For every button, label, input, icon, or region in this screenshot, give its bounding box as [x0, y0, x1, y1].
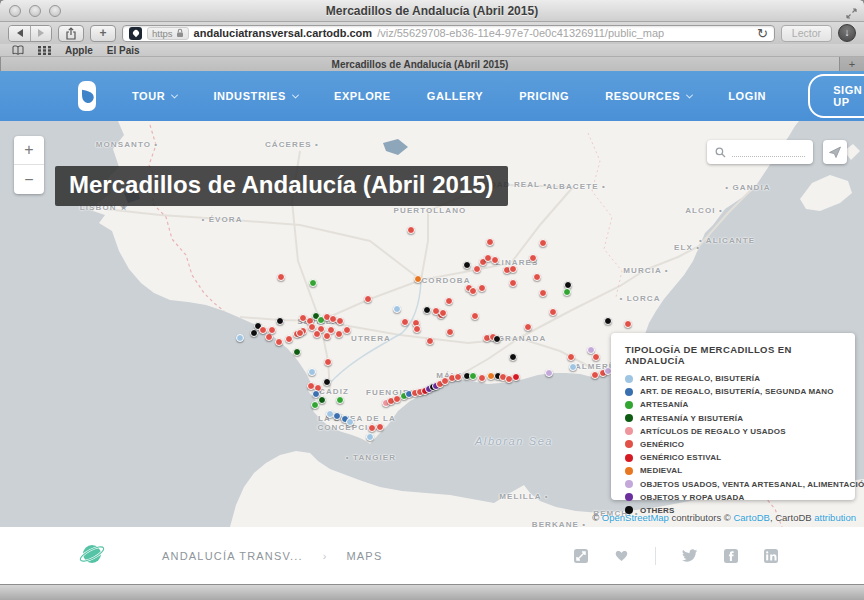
map-marker[interactable]	[275, 338, 283, 346]
map-marker[interactable]	[454, 373, 462, 381]
map-marker[interactable]	[533, 273, 541, 281]
map-marker[interactable]	[336, 317, 344, 325]
map-marker[interactable]	[343, 326, 351, 334]
add-bookmark-button[interactable]: +	[90, 25, 116, 42]
map-marker[interactable]	[471, 312, 479, 320]
map-marker[interactable]	[366, 433, 374, 441]
map-marker[interactable]	[309, 279, 317, 287]
map-marker[interactable]	[604, 317, 612, 325]
map-marker[interactable]	[376, 423, 384, 431]
breadcrumb-maps[interactable]: MAPS	[346, 550, 382, 562]
map-marker[interactable]	[563, 288, 571, 296]
reading-list-icon[interactable]	[12, 45, 24, 55]
signup-button[interactable]: SIGN UP	[808, 74, 864, 118]
map-marker[interactable]	[285, 335, 293, 343]
map-marker[interactable]	[426, 337, 434, 345]
search-input[interactable]	[732, 147, 805, 157]
map-marker[interactable]	[491, 256, 499, 264]
reader-button[interactable]: Lector	[781, 25, 832, 42]
login-link[interactable]: LOGIN	[728, 90, 766, 102]
map-marker[interactable]	[250, 329, 258, 337]
reload-button[interactable]: ↻	[757, 27, 768, 40]
map-marker[interactable]	[473, 265, 481, 273]
map-marker[interactable]	[335, 330, 343, 338]
bookmark-apple[interactable]: Apple	[65, 45, 93, 56]
map-marker[interactable]	[236, 334, 244, 342]
map-marker[interactable]	[333, 412, 341, 420]
map-marker[interactable]	[512, 373, 520, 381]
map-marker[interactable]	[346, 418, 354, 426]
map-marker[interactable]	[324, 358, 332, 366]
map-marker[interactable]	[296, 329, 304, 337]
share-location-button[interactable]	[823, 140, 847, 164]
map-marker[interactable]	[539, 239, 547, 247]
map-marker[interactable]	[545, 369, 553, 377]
share-button[interactable]	[58, 25, 84, 42]
map-marker[interactable]	[549, 308, 557, 316]
map-marker[interactable]	[567, 353, 575, 361]
map-marker[interactable]	[323, 378, 331, 386]
breadcrumb-account[interactable]: ANDALUCÍA TRANSV...	[162, 550, 303, 562]
map-marker[interactable]	[277, 273, 285, 281]
map-marker[interactable]	[591, 371, 599, 379]
map-marker[interactable]	[592, 353, 600, 361]
map-marker[interactable]	[407, 226, 415, 234]
map-marker[interactable]	[423, 306, 431, 314]
map-marker[interactable]	[268, 326, 276, 334]
map-marker[interactable]	[624, 320, 632, 328]
heart-icon[interactable]	[614, 549, 629, 562]
map-marker[interactable]	[445, 297, 453, 305]
map-marker[interactable]	[509, 353, 517, 361]
zoom-in-button[interactable]: +	[14, 136, 44, 165]
map-marker[interactable]	[469, 372, 477, 380]
nav-item-resources[interactable]: RESOURCES	[605, 90, 692, 102]
new-tab-button[interactable]: +	[840, 57, 864, 71]
map-marker[interactable]	[308, 368, 316, 376]
forward-button[interactable]	[30, 26, 51, 41]
map-marker[interactable]	[265, 333, 273, 341]
map-marker[interactable]	[393, 305, 401, 313]
browser-tab[interactable]: Mercadillos de Andalucía (Abril 2015)	[0, 57, 840, 71]
map-marker[interactable]	[413, 325, 421, 333]
map-marker[interactable]	[486, 238, 494, 246]
map-marker[interactable]	[493, 335, 501, 343]
twitter-icon[interactable]	[682, 549, 698, 562]
map-marker[interactable]	[313, 330, 321, 338]
map-marker[interactable]	[539, 289, 547, 297]
map-marker[interactable]	[336, 396, 344, 404]
map-marker[interactable]	[439, 309, 447, 317]
fullscreen-corner-icon[interactable]	[846, 5, 857, 23]
cartodb-logo[interactable]	[78, 81, 96, 111]
map-marker[interactable]	[401, 318, 409, 326]
map-marker[interactable]	[529, 254, 537, 262]
nav-item-industries[interactable]: INDUSTRIES	[213, 90, 298, 102]
downloads-button[interactable]: ↓	[838, 24, 856, 42]
map-marker[interactable]	[318, 396, 326, 404]
back-button[interactable]	[9, 26, 30, 41]
map-canvas[interactable]: MONSANTO •CÁCERES •CIUDAD REAL •ALBACETE…	[0, 121, 864, 527]
map-marker[interactable]	[469, 287, 477, 295]
nav-item-pricing[interactable]: PRICING	[519, 90, 569, 102]
map-marker[interactable]	[364, 295, 372, 303]
map-marker[interactable]	[323, 332, 331, 340]
andalucia-transversal-logo[interactable]	[78, 540, 106, 572]
map-marker[interactable]	[293, 348, 301, 356]
map-marker[interactable]	[509, 265, 517, 273]
map-marker[interactable]	[446, 328, 454, 336]
map-marker[interactable]	[524, 323, 532, 331]
nav-item-gallery[interactable]: GALLERY	[427, 90, 483, 102]
address-bar[interactable]: https andaluciatransversal.cartodb.com /…	[122, 25, 775, 42]
zoom-out-button[interactable]: −	[14, 165, 44, 194]
nav-item-explore[interactable]: EXPLORE	[334, 90, 391, 102]
map-marker[interactable]	[311, 401, 319, 409]
map-marker[interactable]	[463, 261, 471, 269]
top-sites-icon[interactable]	[38, 46, 51, 55]
map-marker[interactable]	[478, 374, 486, 382]
map-marker[interactable]	[368, 424, 376, 432]
fullscreen-icon[interactable]	[574, 549, 588, 563]
map-marker[interactable]	[414, 275, 422, 283]
map-search-box[interactable]	[707, 140, 813, 164]
nav-item-tour[interactable]: TOUR	[132, 90, 177, 102]
facebook-icon[interactable]	[724, 549, 738, 563]
map-marker[interactable]	[509, 279, 517, 287]
